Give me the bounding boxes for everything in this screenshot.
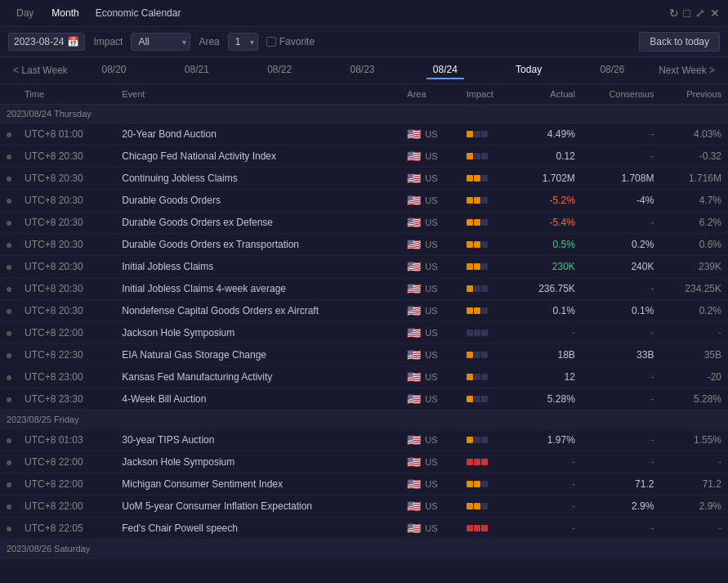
- consensus-cell: -: [582, 278, 661, 300]
- row-indicator: [0, 278, 18, 300]
- tab-month[interactable]: Month: [43, 5, 87, 21]
- indicator-dot: [7, 353, 11, 358]
- row-indicator: [0, 366, 18, 388]
- impact-select[interactable]: All High Medium Low: [131, 33, 190, 51]
- actual-value: 18B: [558, 349, 575, 361]
- table-row[interactable]: UTC+8 20:30 Durable Goods Orders ex Tran…: [0, 234, 728, 256]
- consensus-value: 2.9%: [632, 500, 654, 512]
- previous-value: 0.6%: [699, 239, 721, 250]
- favorite-checkbox[interactable]: [266, 37, 276, 47]
- layout-icon[interactable]: □: [684, 7, 690, 20]
- table-row[interactable]: UTC+8 20:30 Chicago Fed National Activit…: [0, 146, 728, 168]
- table-row[interactable]: UTC+8 22:30 EIA Natural Gas Storage Chan…: [0, 344, 728, 366]
- time-cell: UTC+8 20:30: [18, 256, 115, 278]
- impact-bar-filled: [467, 437, 473, 443]
- indicator-dot: [7, 460, 11, 465]
- impact-bars: [467, 374, 508, 380]
- impact-bar-empty: [481, 219, 488, 226]
- impact-bar-filled: [474, 481, 480, 487]
- table-row[interactable]: UTC+8 20:30 Initial Jobless Claims 4-wee…: [0, 278, 728, 300]
- impact-bars: [467, 396, 508, 402]
- impact-bar-empty: [474, 396, 480, 402]
- row-indicator: [0, 322, 18, 344]
- consensus-cell: -: [582, 123, 661, 146]
- area-cell: 🇺🇸 US: [400, 212, 459, 234]
- table-row[interactable]: UTC+8 01:00 Baker Hughes US Oil Rig Coun…: [0, 558, 728, 562]
- col-area-header: Area: [400, 84, 459, 105]
- area-select[interactable]: 1 2: [228, 33, 258, 51]
- country-cell: 🇺🇸 US: [407, 238, 453, 251]
- table-row[interactable]: UTC+8 20:30 Initial Jobless Claims 🇺🇸 US…: [0, 256, 728, 278]
- area-cell: 🇺🇸 US: [400, 518, 459, 540]
- impact-bar-empty: [474, 330, 480, 336]
- country-cell: 🇺🇸 US: [407, 478, 453, 491]
- impact-bar-empty: [481, 197, 488, 204]
- nav-date-0821[interactable]: 08/21: [178, 61, 216, 79]
- table-row[interactable]: UTC+8 01:03 30-year TIPS Auction 🇺🇸 US 1…: [0, 429, 728, 451]
- impact-bars: [467, 241, 508, 248]
- time-cell: UTC+8 01:00: [18, 558, 115, 562]
- table-row[interactable]: UTC+8 22:00 Michigan Consumer Sentiment …: [0, 473, 728, 496]
- table-row[interactable]: UTC+8 22:00 Jackson Hole Symposium 🇺🇸 US…: [0, 322, 728, 344]
- indicator-dot: [7, 309, 11, 314]
- flag-icon: 🇺🇸: [407, 128, 421, 141]
- event-cell: 20-Year Bond Auction: [115, 123, 400, 146]
- country-text: US: [425, 284, 437, 294]
- impact-bar-empty: [481, 131, 488, 137]
- consensus-cell: 240K: [582, 256, 661, 278]
- actual-cell: 236.75K: [514, 278, 582, 300]
- table-row[interactable]: UTC+8 23:30 4-Week Bill Auction 🇺🇸 US 5.…: [0, 388, 728, 410]
- consensus-cell: -4%: [582, 190, 661, 212]
- impact-cell: [460, 234, 515, 256]
- impact-bar-filled: [467, 459, 473, 465]
- table-row[interactable]: UTC+8 23:00 Kansas Fed Manufacturing Act…: [0, 366, 728, 388]
- nav-date-0823[interactable]: 08/23: [343, 61, 381, 79]
- close-icon[interactable]: ✕: [710, 7, 720, 20]
- nav-date-0820[interactable]: 08/20: [95, 61, 132, 79]
- back-to-today-button[interactable]: Back to today: [639, 32, 720, 52]
- nav-date-0824[interactable]: 08/24: [427, 61, 464, 79]
- indicator-dot: [7, 397, 11, 402]
- country-text: US: [425, 457, 437, 467]
- last-week-button[interactable]: < Last Week: [8, 63, 73, 78]
- actual-value: -: [572, 500, 575, 512]
- previous-cell: 0.6%: [660, 234, 728, 256]
- refresh-icon[interactable]: ↻: [669, 7, 679, 20]
- nav-date-0822[interactable]: 08/22: [261, 61, 298, 79]
- table-row[interactable]: UTC+8 20:30 Durable Goods Orders 🇺🇸 US -…: [0, 190, 728, 212]
- previous-cell: 2.9%: [660, 496, 728, 518]
- impact-cell: [460, 344, 515, 366]
- country-text: US: [425, 129, 437, 139]
- previous-value: -: [718, 522, 721, 534]
- expand-icon[interactable]: ⤢: [695, 7, 705, 20]
- previous-cell: -20: [660, 366, 728, 388]
- tab-day[interactable]: Day: [8, 5, 42, 21]
- previous-cell: -: [660, 322, 728, 344]
- table-row[interactable]: UTC+8 20:30 Durable Goods Orders ex Defe…: [0, 212, 728, 234]
- date-input[interactable]: 2023-08-24 📅: [8, 33, 85, 51]
- country-text: US: [425, 173, 437, 183]
- table-row[interactable]: UTC+8 22:00 UoM 5-year Consumer Inflatio…: [0, 496, 728, 518]
- table-row[interactable]: UTC+8 20:30 Nondefense Capital Goods Ord…: [0, 300, 728, 322]
- impact-bar-filled: [467, 219, 473, 226]
- country-text: US: [425, 151, 437, 161]
- section-header-text: 2023/08/24 Thursday: [0, 105, 728, 123]
- table-row[interactable]: UTC+8 01:00 20-Year Bond Auction 🇺🇸 US 4…: [0, 123, 728, 146]
- impact-bar-filled: [474, 459, 480, 465]
- impact-bar-empty: [474, 437, 480, 443]
- event-cell: Kansas Fed Manufacturing Activity: [115, 366, 400, 388]
- favorite-checkbox-label[interactable]: Favorite: [266, 36, 315, 47]
- impact-bar-empty: [481, 241, 488, 248]
- country-text: US: [425, 262, 437, 271]
- nav-date-today[interactable]: Today: [509, 61, 548, 79]
- impact-bar-empty: [481, 503, 488, 509]
- actual-cell: -: [514, 473, 582, 496]
- country-cell: 🇺🇸 US: [407, 304, 453, 317]
- table-row[interactable]: UTC+8 22:05 Fed's Chair Powell speech 🇺🇸…: [0, 518, 728, 540]
- next-week-button[interactable]: Next Week >: [654, 63, 720, 78]
- table-row[interactable]: UTC+8 20:30 Continuing Jobless Claims 🇺🇸…: [0, 168, 728, 190]
- impact-bar-empty: [481, 437, 488, 443]
- table-row[interactable]: UTC+8 22:00 Jackson Hole Symposium 🇺🇸 US…: [0, 451, 728, 473]
- nav-date-0826[interactable]: 08/26: [593, 61, 631, 79]
- consensus-cell: 33B: [582, 344, 661, 366]
